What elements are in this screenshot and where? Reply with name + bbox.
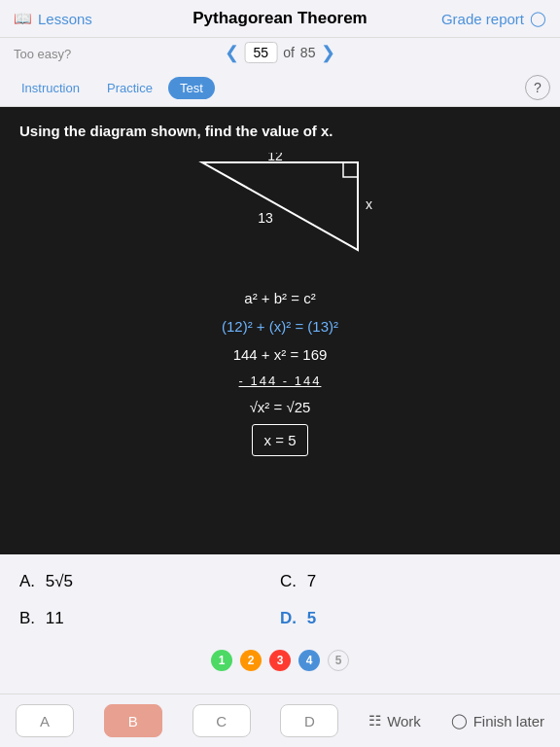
- step-3a-text: 144 + x² = 169: [233, 346, 328, 363]
- lessons-icon: 📖: [14, 10, 32, 27]
- of-label: of: [283, 45, 295, 60]
- answer-btn-a[interactable]: A: [16, 704, 74, 737]
- total-cards: 85: [300, 45, 316, 60]
- grade-report-label: Grade report: [441, 11, 524, 27]
- main-content: Using the diagram shown, find the value …: [0, 107, 560, 554]
- tab-bar: Instruction Practice Test ?: [0, 69, 560, 107]
- top-bar: 📖 Lessons Pythagorean Theorem Grade repo…: [0, 0, 560, 38]
- answer-btn-d[interactable]: D: [280, 704, 338, 737]
- answer-choices: A. 5√5 C. 7 B. 11 D. 5: [0, 554, 560, 640]
- step-2: (12)² + (x)² = (13)²: [19, 313, 541, 339]
- choice-d-value: 5: [307, 609, 316, 627]
- dot-4[interactable]: 4: [298, 650, 320, 671]
- grade-report-nav[interactable]: Grade report ◯: [441, 10, 546, 27]
- side-13-label: 13: [258, 210, 273, 226]
- step-5: x = 5: [19, 422, 541, 456]
- finish-icon: ◯: [451, 712, 468, 729]
- tab-practice[interactable]: Practice: [95, 77, 164, 99]
- choice-a[interactable]: A. 5√5: [19, 570, 280, 593]
- dot-1[interactable]: 1: [211, 650, 232, 671]
- step-3b-text: - 144 - 144: [239, 374, 322, 388]
- dots-row: 1 2 3 4 5: [0, 640, 560, 677]
- bottom-bar: A B C D ☷ Work ◯ Finish later: [0, 694, 560, 747]
- choice-b-letter: B.: [19, 609, 35, 627]
- choice-c-value: 7: [307, 572, 316, 590]
- choice-c[interactable]: C. 7: [280, 570, 541, 593]
- tab-bar-left: Instruction Practice Test: [10, 77, 215, 99]
- choice-a-letter: A.: [19, 572, 35, 590]
- step-2-text: (12)² + (x)² = (13)²: [222, 318, 338, 335]
- work-label: Work: [387, 713, 421, 729]
- lessons-nav[interactable]: 📖 Lessons: [14, 10, 92, 27]
- diagram-area: 12 x 13: [19, 153, 541, 269]
- choice-b-value: 11: [46, 609, 64, 627]
- dot-2[interactable]: 2: [240, 650, 262, 671]
- choice-d-letter: D.: [280, 609, 297, 627]
- finish-later-button[interactable]: ◯ Finish later: [451, 712, 544, 729]
- step-1-text: a² + b² = c²: [244, 290, 315, 306]
- next-card-button[interactable]: ❯: [321, 42, 335, 63]
- choice-b[interactable]: B. 11: [19, 607, 280, 630]
- side-x-label: x: [366, 196, 372, 212]
- subtitle-row: Too easy? ❮ 55 of 85 ❯: [0, 38, 560, 69]
- step-4: √x² = √25: [19, 394, 541, 420]
- choice-c-letter: C.: [280, 572, 297, 590]
- help-button[interactable]: ?: [525, 75, 550, 100]
- grade-report-icon: ◯: [530, 10, 546, 27]
- step-4-text: √x² = √25: [250, 399, 311, 415]
- step-5-text: x = 5: [252, 424, 309, 456]
- choice-d[interactable]: D. 5: [280, 607, 541, 630]
- dot-3[interactable]: 3: [269, 650, 291, 671]
- work-button[interactable]: ☷ Work: [368, 712, 421, 729]
- tab-test[interactable]: Test: [168, 77, 215, 99]
- card-navigation: ❮ 55 of 85 ❯: [225, 42, 336, 63]
- prev-card-button[interactable]: ❮: [225, 42, 239, 63]
- svg-marker-0: [202, 162, 358, 250]
- work-icon: ☷: [368, 712, 381, 729]
- answer-btn-b[interactable]: B: [104, 704, 162, 737]
- question-text: Using the diagram shown, find the value …: [19, 123, 541, 139]
- math-steps: a² + b² = c² (12)² + (x)² = (13)² 144 + …: [19, 285, 541, 456]
- choice-a-value: 5√5: [46, 572, 73, 590]
- current-card[interactable]: 55: [245, 42, 278, 63]
- too-easy-label: Too easy?: [14, 47, 71, 61]
- page-title: Pythagorean Theorem: [192, 9, 368, 28]
- answer-btn-c[interactable]: C: [192, 704, 251, 737]
- step-3a: 144 + x² = 169: [19, 341, 541, 368]
- tab-instruction[interactable]: Instruction: [10, 77, 91, 99]
- dot-5[interactable]: 5: [328, 650, 349, 671]
- finish-label: Finish later: [473, 713, 544, 729]
- step-3b: - 144 - 144: [19, 370, 541, 392]
- side-12-label: 12: [267, 153, 283, 163]
- diagram-svg: 12 x 13: [173, 153, 387, 269]
- step-1: a² + b² = c²: [19, 285, 541, 311]
- lessons-label: Lessons: [38, 11, 92, 27]
